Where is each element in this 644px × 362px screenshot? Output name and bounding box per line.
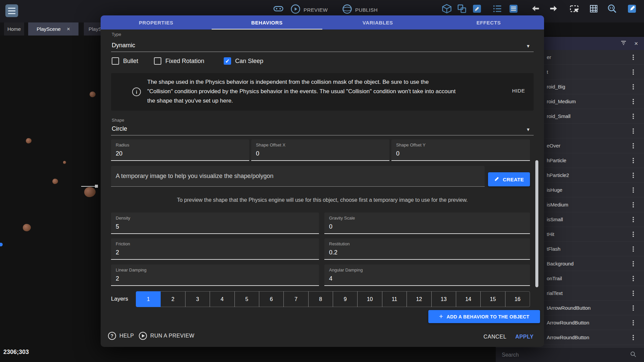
add-behavior-button[interactable]: + ADD A BEHAVIOR TO THE OBJECT [428,310,540,323]
layer-button-16[interactable]: 16 [505,291,530,307]
asteroid-sprite[interactable] [52,179,58,184]
object-item-label: er [547,54,551,60]
restitution-field[interactable]: Restitution 0.2 [324,238,530,260]
toggle-grid-icon[interactable] [588,3,600,15]
layer-button-3[interactable]: 3 [185,291,210,307]
shape-offset-y-label: Shape Offset Y [396,142,426,147]
open-layers-panel-icon[interactable] [507,3,520,15]
item-menu-icon[interactable] [633,217,634,218]
item-menu-icon[interactable] [633,202,634,203]
tab-home[interactable]: Home [4,22,24,36]
layer-button-14[interactable]: 14 [456,291,481,307]
checkbox-icon[interactable]: ✓ [224,57,231,65]
create-button[interactable]: CREATE [488,172,530,186]
layer-button-5[interactable]: 5 [234,291,259,307]
angular-damping-field[interactable]: Angular Damping 4 [324,264,530,286]
checkbox-icon[interactable]: ✓ [154,57,161,65]
type-select[interactable]: Type Dynamic ▼ [111,31,534,52]
fixed-rotation-checkbox[interactable]: ✓ Fixed Rotation [154,57,204,65]
asteroid-sprite[interactable] [23,224,31,231]
density-field[interactable]: Density 5 [111,213,319,234]
layer-button-11[interactable]: 11 [382,291,407,307]
temp-image-placeholder: A temporary image to help you visualize … [111,173,273,180]
item-menu-icon[interactable] [633,158,634,159]
layer-button-9[interactable]: 9 [333,291,358,307]
asteroid-sprite[interactable] [63,161,66,164]
zoom-1-1-icon[interactable] [606,3,618,15]
dialog-scrollbar-thumb[interactable] [535,160,538,287]
draw-tool-icon[interactable] [626,3,638,15]
object-item-label: eOver [547,143,560,148]
tab-playscene[interactable]: PlayScene × [28,22,78,36]
open-objects-panel-icon[interactable] [441,3,453,15]
item-menu-icon[interactable] [633,261,634,262]
layer-button-1[interactable]: 1 [136,291,161,307]
layer-button-4[interactable]: 4 [210,291,234,307]
item-menu-icon[interactable] [633,335,634,336]
tab-behaviors[interactable]: BEHAVIORS [212,15,323,29]
layer-button-10[interactable]: 10 [357,291,382,307]
item-menu-icon[interactable] [633,143,634,144]
bullet-checkbox[interactable]: ✓ Bullet [112,57,138,65]
cancel-button[interactable]: CANCEL [483,334,506,340]
tab-properties[interactable]: PROPERTIES [101,15,212,29]
selection-handle[interactable] [0,243,3,246]
item-menu-icon[interactable] [633,114,634,115]
item-menu-icon[interactable] [633,187,634,189]
layer-button-8[interactable]: 8 [308,291,333,307]
shape-select[interactable]: Shape Circle ▼ [111,117,534,135]
item-menu-icon[interactable] [633,305,634,307]
open-object-groups-icon[interactable] [456,3,468,15]
item-menu-icon[interactable] [633,99,634,100]
run-preview-button[interactable]: RUN A PREVIEW [139,332,194,340]
hide-button[interactable]: HIDE [512,88,525,94]
linear-damping-value: 2 [116,275,119,282]
linear-damping-field[interactable]: Linear Damping 2 [111,264,319,286]
layer-button-6[interactable]: 6 [259,291,284,307]
asteroid-sprite[interactable] [90,92,96,97]
item-menu-icon[interactable] [633,246,634,248]
search-input[interactable] [496,352,630,358]
layer-button-7[interactable]: 7 [283,291,308,307]
tab-variables[interactable]: VARIABLES [322,15,433,29]
shape-offset-y-field[interactable]: Shape Offset Y 0 [391,139,530,161]
can-sleep-checkbox[interactable]: ✓ Can Sleep [224,57,263,65]
radius-field[interactable]: Radius 20 [111,139,249,161]
tab-effects[interactable]: EFFECTS [433,15,544,29]
edit-properties-icon[interactable] [471,3,483,15]
item-menu-icon[interactable] [633,276,634,277]
friction-field[interactable]: Friction 2 [111,238,319,260]
close-tab-icon[interactable]: × [67,26,70,32]
item-menu-icon[interactable] [633,84,634,85]
item-menu-icon[interactable] [633,173,634,174]
undo-icon[interactable] [530,3,542,15]
checkbox-icon[interactable]: ✓ [112,57,119,65]
shape-offset-x-field[interactable]: Shape Offset X 0 [251,139,389,161]
layer-button-13[interactable]: 13 [431,291,456,307]
main-menu-icon[interactable] [5,4,18,17]
item-menu-icon[interactable] [633,320,634,321]
close-panel-icon[interactable]: × [634,40,638,47]
layer-button-2[interactable]: 2 [160,291,185,307]
item-menu-icon[interactable] [633,291,634,292]
filter-icon[interactable] [620,40,627,48]
help-button[interactable]: ? HELP [108,332,134,340]
capture-region-icon[interactable] [568,3,580,15]
gravity-scale-field[interactable]: Gravity Scale 0 [324,213,530,234]
open-instances-list-icon[interactable] [491,3,503,15]
layer-button-15[interactable]: 15 [480,291,505,307]
temp-image-field[interactable]: A temporary image to help you visualize … [111,166,485,187]
instance-handle-knob[interactable] [95,185,98,188]
item-menu-icon[interactable] [633,232,634,233]
item-menu-icon[interactable] [633,69,634,71]
redo-icon[interactable] [547,3,559,15]
asteroid-sprite[interactable] [84,187,96,197]
asteroid-sprite[interactable] [26,138,32,143]
apply-button[interactable]: APPLY [515,334,534,340]
item-menu-icon[interactable] [633,128,634,130]
publish-button[interactable]: PUBLISH [342,4,378,15]
preview-button[interactable]: PREVIEW [290,4,328,15]
layer-button-12[interactable]: 12 [407,291,431,307]
item-menu-icon[interactable] [633,55,634,56]
tab-playscene-label: PlayScene [37,26,61,32]
